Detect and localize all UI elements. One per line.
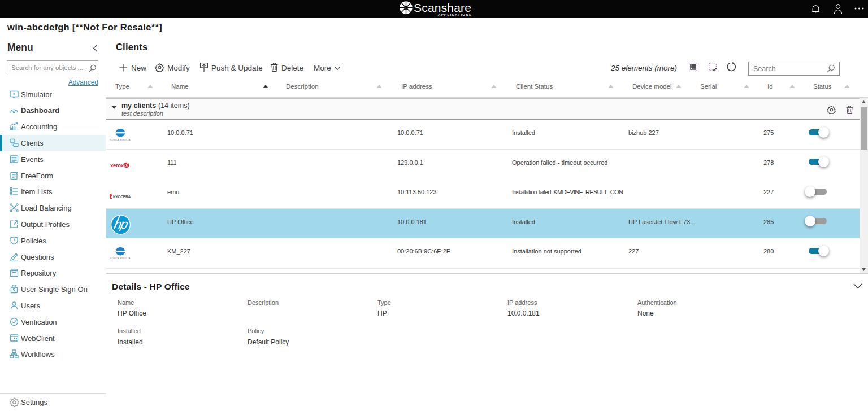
svg-text:KYOCERA: KYOCERA xyxy=(113,195,131,199)
svg-text:xerox: xerox xyxy=(110,162,124,168)
svg-text:KONICA MINOLTA: KONICA MINOLTA xyxy=(110,257,131,260)
svg-text:KONICA MINOLTA: KONICA MINOLTA xyxy=(110,139,131,141)
